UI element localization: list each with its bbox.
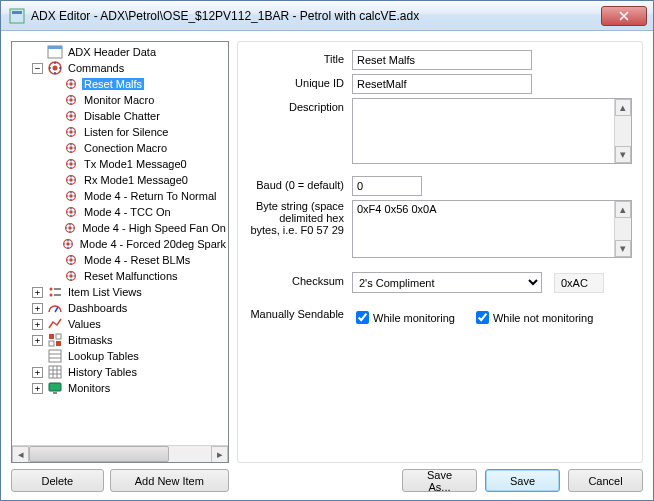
form-panel: Title Unique ID Description ▴ ▾ [237, 41, 643, 463]
while-not-monitoring-label: While not monitoring [493, 312, 593, 324]
expand-icon[interactable]: + [32, 367, 43, 378]
tree-node[interactable]: Conection Macro [12, 140, 228, 156]
scroll-thumb[interactable] [29, 446, 169, 462]
tree-node[interactable]: +Values [12, 316, 228, 332]
svg-point-21 [69, 194, 73, 198]
tree-node-label: Bitmasks [66, 334, 115, 346]
scroll-right-icon[interactable]: ▸ [211, 446, 228, 463]
command-icon [63, 268, 79, 284]
svg-point-23 [69, 210, 73, 214]
editor-window: ADX Editor - ADX\Petrol\OSE_$12PV112_1BA… [0, 0, 654, 501]
bytestring-label: Byte string (space delimited hex bytes, … [248, 200, 352, 236]
tree-node[interactable]: Mode 4 - High Speed Fan On [12, 220, 228, 236]
save-button[interactable]: Save [485, 469, 560, 492]
tree-node[interactable]: Disable Chatter [12, 108, 228, 124]
tree-node[interactable]: −Commands [12, 60, 228, 76]
close-button[interactable] [601, 6, 647, 26]
tree-node[interactable]: Listen for Silence [12, 124, 228, 140]
tree-node[interactable]: +History Tables [12, 364, 228, 380]
svg-rect-39 [49, 341, 54, 346]
tree-node[interactable]: Lookup Tables [12, 348, 228, 364]
collapse-icon[interactable]: − [32, 63, 43, 74]
command-icon [62, 220, 77, 236]
command-icon [63, 108, 79, 124]
expand-icon[interactable]: + [32, 319, 43, 330]
svg-point-13 [69, 130, 73, 134]
tree-node-label: Conection Macro [82, 142, 169, 154]
tree-node[interactable]: Monitor Macro [12, 92, 228, 108]
body: ADX Header Data−CommandsReset MalfsMonit… [1, 31, 653, 500]
svg-rect-50 [53, 392, 57, 394]
tree-node[interactable]: +Bitmasks [12, 332, 228, 348]
checksum-select[interactable]: 2's Compliment [352, 272, 542, 293]
tree-node-label: Reset Malfs [82, 78, 144, 90]
bytestring-scrollbar[interactable]: ▴ ▾ [614, 201, 631, 257]
tree-node-label: ADX Header Data [66, 46, 158, 58]
tree-node[interactable]: +Dashboards [12, 300, 228, 316]
while-not-monitoring-checkbox[interactable] [476, 311, 489, 324]
save-as-button[interactable]: Save As... [402, 469, 477, 492]
tree-node-label: Disable Chatter [82, 110, 162, 122]
description-scrollbar[interactable]: ▴ ▾ [614, 99, 631, 163]
svg-rect-41 [49, 350, 61, 362]
cancel-button[interactable]: Cancel [568, 469, 643, 492]
right-buttons: Save As... Save Cancel [237, 469, 643, 492]
scroll-left-icon[interactable]: ◂ [12, 446, 29, 463]
command-icon [63, 188, 79, 204]
command-icon [63, 204, 79, 220]
tree[interactable]: ADX Header Data−CommandsReset MalfsMonit… [12, 42, 228, 445]
expand-icon[interactable]: + [32, 335, 43, 346]
tree-node[interactable]: Mode 4 - Forced 20deg Spark [12, 236, 228, 252]
bytestring-textarea[interactable]: 0xF4 0x56 0x0A ▴ ▾ [352, 200, 632, 258]
values-icon [47, 316, 63, 332]
expand-icon[interactable]: + [32, 383, 43, 394]
tree-node[interactable]: Tx Mode1 Message0 [12, 156, 228, 172]
scroll-down-icon[interactable]: ▾ [615, 240, 631, 257]
tree-node[interactable]: +Monitors [12, 380, 228, 396]
description-textarea[interactable]: ▴ ▾ [352, 98, 632, 164]
svg-point-5 [53, 66, 58, 71]
header-icon [47, 44, 63, 60]
uniqueid-input[interactable] [352, 74, 532, 94]
tree-node-label: Values [66, 318, 103, 330]
tree-node-label: Listen for Silence [82, 126, 170, 138]
scroll-down-icon[interactable]: ▾ [615, 146, 631, 163]
svg-rect-38 [56, 334, 61, 339]
svg-rect-49 [49, 383, 61, 391]
tree-node[interactable]: Rx Mode1 Message0 [12, 172, 228, 188]
tree-node[interactable]: Mode 4 - Reset BLMs [12, 252, 228, 268]
while-not-monitoring-checkbox-wrap[interactable]: While not monitoring [472, 308, 593, 327]
uniqueid-label: Unique ID [248, 74, 352, 89]
titlebar: ADX Editor - ADX\Petrol\OSE_$12PV112_1BA… [1, 1, 653, 31]
tree-node-label: Dashboards [66, 302, 129, 314]
delete-button[interactable]: Delete [11, 469, 104, 492]
while-monitoring-checkbox[interactable] [356, 311, 369, 324]
expand-icon[interactable]: + [32, 303, 43, 314]
title-label: Title [248, 50, 352, 65]
add-new-item-button[interactable]: Add New Item [110, 469, 229, 492]
tree-node-label: Monitors [66, 382, 112, 394]
tree-hscrollbar[interactable]: ◂ ▸ [12, 445, 228, 462]
checksum-result: 0xAC [554, 273, 604, 293]
command-icon [63, 156, 79, 172]
while-monitoring-checkbox-wrap[interactable]: While monitoring [352, 308, 455, 327]
tree-node[interactable]: ADX Header Data [12, 44, 228, 60]
tree-node[interactable]: Reset Malfs [12, 76, 228, 92]
command-icon [63, 76, 79, 92]
svg-point-7 [69, 82, 73, 86]
svg-point-19 [69, 178, 73, 182]
tree-node[interactable]: Mode 4 - Return To Normal [12, 188, 228, 204]
baud-input[interactable] [352, 176, 422, 196]
expand-icon[interactable]: + [32, 287, 43, 298]
scroll-up-icon[interactable]: ▴ [615, 99, 631, 116]
svg-point-31 [69, 274, 73, 278]
title-input[interactable] [352, 50, 532, 70]
tree-node[interactable]: Mode 4 - TCC On [12, 204, 228, 220]
description-label: Description [248, 98, 352, 113]
command-icon [63, 252, 79, 268]
tree-node[interactable]: +Item List Views [12, 284, 228, 300]
bitmask-icon [47, 332, 63, 348]
scroll-track[interactable] [29, 446, 211, 462]
tree-node[interactable]: Reset Malfunctions [12, 268, 228, 284]
scroll-up-icon[interactable]: ▴ [615, 201, 631, 218]
